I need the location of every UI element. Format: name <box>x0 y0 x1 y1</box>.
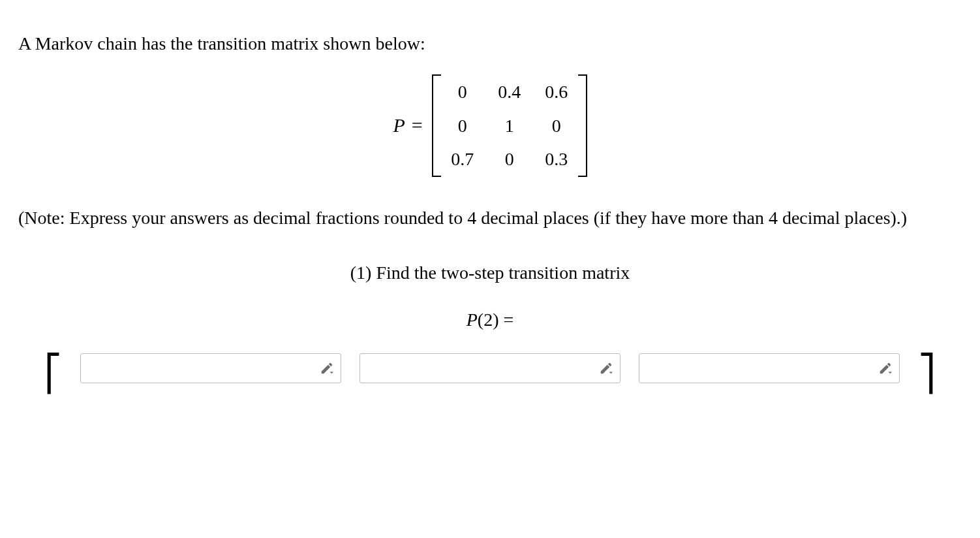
matrix-cell-r2c1: 0 <box>450 114 475 138</box>
p2-equals: = <box>498 309 513 330</box>
p2-equation: P(2) = <box>18 308 962 332</box>
answer-matrix-row-1: ⎡ <box>18 351 962 386</box>
p2-variable: P <box>467 309 478 330</box>
problem-page: A Markov chain has the transition matrix… <box>0 0 980 399</box>
matrix-cell-r1c1: 0 <box>450 80 475 104</box>
intro-text: A Markov chain has the transition matrix… <box>18 31 962 56</box>
matrix-cell-r3c1: 0.7 <box>450 147 475 172</box>
answer-cell-r1c1[interactable] <box>80 353 341 383</box>
answer-cell-r1c3[interactable] <box>639 353 900 383</box>
pencil-dropdown-icon[interactable] <box>599 361 613 375</box>
rounding-note: (Note: Express your answers as decimal f… <box>18 206 962 230</box>
matrix-cell-r2c3: 0 <box>544 114 569 138</box>
transition-matrix-display: P = 0 0.4 0.6 0 1 0 0.7 0 0.3 <box>18 74 962 177</box>
pencil-dropdown-icon[interactable] <box>878 361 893 375</box>
matrix-cell-r3c3: 0.3 <box>544 147 569 172</box>
matrix-values: 0 0.4 0.6 0 1 0 0.7 0 0.3 <box>442 74 577 177</box>
answer-cell-r1c2[interactable] <box>360 353 620 383</box>
matrix-left-bracket <box>432 74 442 177</box>
matrix-cell-r3c2: 0 <box>497 147 522 172</box>
question-1-label: (1) Find the two-step transition matrix <box>18 261 962 285</box>
matrix-cell-r1c2: 0.4 <box>497 80 522 104</box>
pencil-dropdown-icon[interactable] <box>320 361 334 375</box>
svg-marker-0 <box>330 372 334 373</box>
p2-arg: (2) <box>478 309 499 330</box>
matrix-variable: P <box>393 112 405 139</box>
equals-sign: = <box>412 112 423 139</box>
answer-left-bracket-top: ⎡ <box>44 356 62 391</box>
matrix-cell-r2c2: 1 <box>497 114 522 138</box>
svg-marker-2 <box>889 372 893 373</box>
matrix-right-bracket <box>577 74 587 177</box>
svg-marker-1 <box>609 372 613 373</box>
matrix-cell-r1c3: 0.6 <box>544 80 569 104</box>
answer-right-bracket-top: ⎤ <box>918 356 936 391</box>
